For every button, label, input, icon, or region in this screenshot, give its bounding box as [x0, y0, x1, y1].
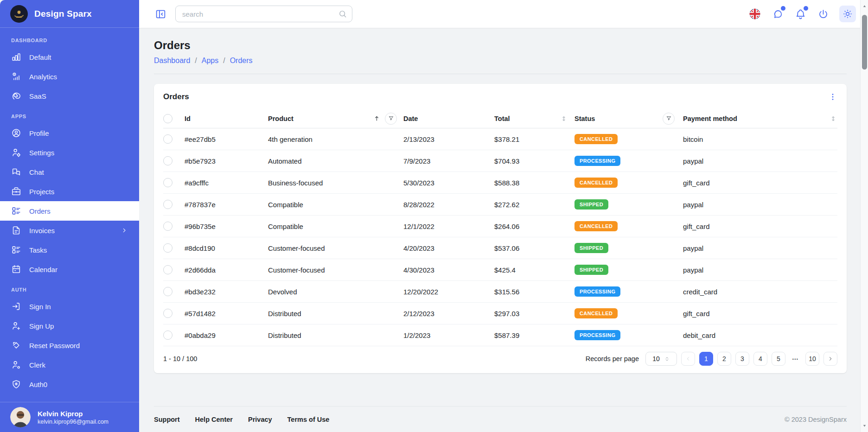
records-per-page-value: 10 — [652, 355, 660, 362]
column-header-status[interactable]: Status — [574, 113, 683, 125]
filter-button-status[interactable] — [663, 113, 675, 125]
row-checkbox[interactable] — [163, 222, 172, 231]
list-details-icon — [11, 245, 21, 255]
select-all-checkbox[interactable] — [163, 114, 172, 123]
messages-button[interactable] — [771, 7, 784, 20]
sidebar-item-reset-password[interactable]: Reset Password — [0, 336, 139, 355]
footer-link-help-center[interactable]: Help Center — [195, 416, 233, 423]
footer-link-privacy[interactable]: Privacy — [248, 416, 272, 423]
card-title: Orders — [163, 92, 189, 102]
sidebar-collapse-button[interactable] — [154, 7, 167, 20]
sidebar-item-sign-in[interactable]: Sign In — [0, 297, 139, 316]
sidebar-item-orders[interactable]: Orders — [0, 201, 139, 221]
sidebar-item-sign-up[interactable]: Sign Up — [0, 316, 139, 336]
page-button-2[interactable]: 2 — [717, 352, 731, 366]
scrollbar-thumb[interactable] — [862, 15, 867, 70]
page-button-3[interactable]: 3 — [735, 352, 749, 366]
order-date: 12/20/2022 — [403, 288, 494, 296]
language-flag-button[interactable] — [748, 7, 761, 20]
sidebar-item-calendar[interactable]: Calendar — [0, 260, 139, 279]
table-row[interactable]: #a9cfffcBusiness-focused5/30/2023$588.38… — [163, 172, 837, 194]
table-row[interactable]: #96b735eCompatible12/1/2022$264.06CANCEL… — [163, 216, 837, 237]
sidebar-item-profile[interactable]: Profile — [0, 123, 139, 143]
table-row[interactable]: #0abda29Distributed1/2/2023$587.39PROCES… — [163, 324, 837, 346]
page-button-5[interactable]: 5 — [772, 352, 785, 366]
order-date: 4/30/2023 — [403, 266, 494, 274]
sidebar-item-chat[interactable]: Chat — [0, 162, 139, 182]
page-button-10[interactable]: 10 — [805, 352, 819, 366]
row-checkbox[interactable] — [163, 156, 172, 165]
column-header-total[interactable]: Total — [494, 115, 574, 122]
order-total: $315.56 — [494, 288, 574, 296]
table-row[interactable]: #8dcd190Customer-focused4/20/2023$537.06… — [163, 237, 837, 259]
breadcrumb-separator: / — [195, 57, 197, 65]
row-checkbox[interactable] — [163, 200, 172, 209]
order-payment-method: paypal — [683, 244, 837, 252]
sidebar-item-label: Tasks — [29, 246, 47, 254]
footer-link-support[interactable]: Support — [154, 416, 180, 423]
order-product: Business-focused — [268, 179, 403, 187]
sort-toggle-icon[interactable] — [830, 115, 836, 122]
row-checkbox[interactable] — [163, 178, 172, 187]
theme-toggle-button[interactable] — [839, 6, 856, 22]
sidebar-item-auth0[interactable]: Auth0 — [0, 375, 139, 394]
card-menu-button[interactable] — [828, 92, 837, 102]
previous-page-button[interactable] — [681, 352, 695, 366]
scroll-down-arrow-icon[interactable] — [861, 423, 868, 428]
breadcrumb-link-apps[interactable]: Apps — [202, 57, 218, 65]
row-checkbox[interactable] — [163, 287, 172, 296]
order-id: #8dcd190 — [185, 244, 268, 252]
chart-arcs-icon — [11, 71, 21, 82]
calendar-icon — [11, 264, 21, 274]
sidebar-item-analytics[interactable]: Analytics — [0, 67, 139, 86]
table-row[interactable]: #b5e7923Automated7/9/2023$704.93PROCESSI… — [163, 150, 837, 172]
sidebar-item-tasks[interactable]: Tasks — [0, 240, 139, 260]
row-checkbox[interactable] — [163, 330, 172, 340]
user-dot-icon — [11, 360, 21, 370]
column-header-id[interactable]: Id — [185, 115, 268, 122]
table-row[interactable]: #bd3e232Devolved12/20/2022$315.56PROCESS… — [163, 281, 837, 303]
sort-toggle-icon[interactable] — [561, 115, 567, 122]
user-card[interactable]: Kelvin Kiprop kelvin.kiprop96@gmail.com — [0, 402, 139, 432]
sort-ascending-icon[interactable] — [373, 115, 380, 122]
sidebar-item-settings[interactable]: Settings — [0, 143, 139, 162]
footer-link-terms-of-use[interactable]: Terms of Use — [287, 416, 330, 423]
filter-button-product[interactable] — [385, 113, 397, 125]
breadcrumb-link-orders[interactable]: Orders — [230, 57, 253, 65]
column-header-product[interactable]: Product — [268, 113, 403, 125]
page-button-4[interactable]: 4 — [753, 352, 767, 366]
search-box — [175, 6, 352, 22]
column-header-payment-method[interactable]: Payment method — [683, 115, 837, 122]
breadcrumb-link-dashboard[interactable]: Dashboard — [154, 57, 190, 65]
table-row[interactable]: #2d66ddaCustomer-focused4/30/2023$425.4S… — [163, 259, 837, 281]
sidebar-item-saas[interactable]: SaaS — [0, 86, 139, 106]
topbar-actions — [748, 6, 856, 22]
row-checkbox[interactable] — [163, 134, 172, 144]
row-checkbox[interactable] — [163, 243, 172, 253]
logout-button[interactable] — [817, 7, 830, 20]
search-input[interactable] — [182, 10, 334, 18]
sidebar-item-clerk[interactable]: Clerk — [0, 355, 139, 375]
records-per-page-select[interactable]: 10 — [645, 352, 677, 366]
scroll-up-arrow-icon[interactable] — [861, 4, 868, 9]
page-button-1[interactable]: 1 — [699, 352, 713, 366]
column-header-date[interactable]: Date — [403, 115, 494, 122]
sidebar-item-projects[interactable]: Projects — [0, 182, 139, 201]
sidebar-item-default[interactable]: Default — [0, 47, 139, 67]
order-total: $264.06 — [494, 222, 574, 230]
status-badge: PROCESSING — [574, 330, 620, 340]
brand[interactable]: Design Sparx — [0, 0, 139, 28]
row-checkbox[interactable] — [163, 265, 172, 274]
table-row[interactable]: #ee27db54th generation2/13/2023$378.21CA… — [163, 128, 837, 150]
sidebar-item-label: Calendar — [29, 266, 57, 273]
sidebar-item-invoices[interactable]: Invoices — [0, 221, 139, 240]
page-scrollbar[interactable] — [860, 0, 868, 432]
row-checkbox[interactable] — [163, 309, 172, 318]
sidebar: Design Sparx DASHBOARDDefaultAnalyticsSa… — [0, 0, 139, 432]
order-product: Compatible — [268, 201, 403, 209]
table-row[interactable]: #787837eCompatible8/28/2022$272.62SHIPPE… — [163, 194, 837, 216]
table-row[interactable]: #57d1482Distributed2/12/2023$297.03CANCE… — [163, 303, 837, 324]
order-payment-method: gift_card — [683, 179, 837, 187]
next-page-button[interactable] — [823, 352, 837, 366]
notifications-button[interactable] — [794, 7, 807, 20]
